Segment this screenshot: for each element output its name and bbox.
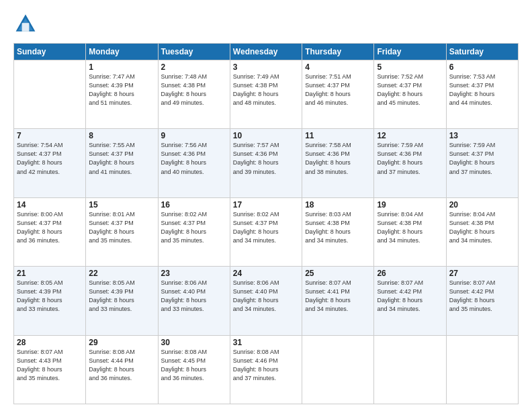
day-info: Sunrise: 7:57 AM Sunset: 4:36 PM Dayligh… (233, 141, 299, 176)
day-number: 21 (17, 269, 83, 278)
calendar-table: SundayMondayTuesdayWednesdayThursdayFrid… (13, 43, 519, 404)
day-info: Sunrise: 7:52 AM Sunset: 4:37 PM Dayligh… (377, 73, 443, 107)
day-number: 17 (233, 200, 299, 210)
day-info: Sunrise: 8:06 AM Sunset: 4:40 PM Dayligh… (161, 279, 227, 314)
calendar-week-row: 1Sunrise: 7:47 AM Sunset: 4:39 PM Daylig… (14, 60, 519, 129)
day-info: Sunrise: 8:07 AM Sunset: 4:42 PM Dayligh… (449, 279, 515, 314)
day-info: Sunrise: 8:07 AM Sunset: 4:43 PM Dayligh… (17, 348, 83, 383)
day-info: Sunrise: 7:55 AM Sunset: 4:37 PM Dayligh… (89, 141, 154, 176)
day-info: Sunrise: 8:05 AM Sunset: 4:39 PM Dayligh… (89, 279, 154, 314)
calendar-cell: 3Sunrise: 7:49 AM Sunset: 4:38 PM Daylig… (230, 60, 302, 129)
day-number: 22 (89, 269, 154, 278)
day-info: Sunrise: 8:04 AM Sunset: 4:38 PM Dayligh… (377, 210, 443, 245)
day-number: 10 (233, 131, 299, 140)
calendar-cell (302, 335, 374, 404)
calendar-cell: 30Sunrise: 8:08 AM Sunset: 4:45 PM Dayli… (158, 335, 230, 404)
header (13, 12, 519, 36)
day-info: Sunrise: 8:06 AM Sunset: 4:40 PM Dayligh… (233, 279, 299, 314)
day-number: 9 (161, 131, 227, 140)
day-info: Sunrise: 7:56 AM Sunset: 4:36 PM Dayligh… (161, 141, 227, 176)
calendar-cell: 16Sunrise: 8:02 AM Sunset: 4:37 PM Dayli… (158, 197, 230, 266)
day-number: 28 (17, 338, 83, 347)
calendar-cell: 18Sunrise: 8:03 AM Sunset: 4:38 PM Dayli… (302, 197, 374, 266)
calendar-cell: 25Sunrise: 8:07 AM Sunset: 4:41 PM Dayli… (302, 267, 374, 335)
weekday-header-tuesday: Tuesday (158, 44, 230, 60)
calendar-cell (374, 335, 446, 404)
day-number: 1 (89, 62, 154, 72)
day-number: 8 (89, 131, 154, 140)
day-info: Sunrise: 7:58 AM Sunset: 4:36 PM Dayligh… (305, 141, 371, 176)
day-number: 4 (305, 62, 371, 72)
calendar-cell: 13Sunrise: 7:59 AM Sunset: 4:37 PM Dayli… (446, 129, 518, 197)
day-info: Sunrise: 8:03 AM Sunset: 4:38 PM Dayligh… (305, 210, 371, 245)
weekday-header-thursday: Thursday (302, 44, 374, 60)
day-info: Sunrise: 8:07 AM Sunset: 4:42 PM Dayligh… (377, 279, 443, 314)
calendar-cell: 7Sunrise: 7:54 AM Sunset: 4:37 PM Daylig… (14, 129, 86, 197)
calendar-cell: 22Sunrise: 8:05 AM Sunset: 4:39 PM Dayli… (86, 267, 158, 335)
calendar-cell: 11Sunrise: 7:58 AM Sunset: 4:36 PM Dayli… (302, 129, 374, 197)
day-number: 27 (449, 269, 515, 278)
day-number: 24 (233, 269, 299, 278)
calendar-cell: 17Sunrise: 8:02 AM Sunset: 4:37 PM Dayli… (230, 197, 302, 266)
day-info: Sunrise: 8:02 AM Sunset: 4:37 PM Dayligh… (161, 210, 227, 245)
calendar-cell: 9Sunrise: 7:56 AM Sunset: 4:36 PM Daylig… (158, 129, 230, 197)
calendar-cell: 10Sunrise: 7:57 AM Sunset: 4:36 PM Dayli… (230, 129, 302, 197)
calendar-cell: 23Sunrise: 8:06 AM Sunset: 4:40 PM Dayli… (158, 267, 230, 335)
calendar-week-row: 28Sunrise: 8:07 AM Sunset: 4:43 PM Dayli… (14, 335, 519, 404)
weekday-header-row: SundayMondayTuesdayWednesdayThursdayFrid… (14, 44, 519, 60)
calendar-week-row: 14Sunrise: 8:00 AM Sunset: 4:37 PM Dayli… (14, 197, 519, 266)
calendar-week-row: 7Sunrise: 7:54 AM Sunset: 4:37 PM Daylig… (14, 129, 519, 197)
day-info: Sunrise: 7:59 AM Sunset: 4:36 PM Dayligh… (377, 141, 443, 176)
logo (13, 12, 42, 36)
day-number: 20 (449, 200, 515, 210)
day-info: Sunrise: 8:00 AM Sunset: 4:37 PM Dayligh… (17, 210, 83, 245)
calendar-cell: 27Sunrise: 8:07 AM Sunset: 4:42 PM Dayli… (446, 267, 518, 335)
calendar-cell: 24Sunrise: 8:06 AM Sunset: 4:40 PM Dayli… (230, 267, 302, 335)
day-info: Sunrise: 7:48 AM Sunset: 4:38 PM Dayligh… (161, 73, 227, 107)
day-number: 14 (17, 200, 83, 210)
calendar-cell (14, 60, 86, 129)
calendar-cell: 12Sunrise: 7:59 AM Sunset: 4:36 PM Dayli… (374, 129, 446, 197)
weekday-header-monday: Monday (86, 44, 158, 60)
calendar-cell: 31Sunrise: 8:08 AM Sunset: 4:46 PM Dayli… (230, 335, 302, 404)
calendar-cell: 29Sunrise: 8:08 AM Sunset: 4:44 PM Dayli… (86, 335, 158, 404)
day-number: 18 (305, 200, 371, 210)
day-number: 12 (377, 131, 443, 140)
calendar-cell: 21Sunrise: 8:05 AM Sunset: 4:39 PM Dayli… (14, 267, 86, 335)
day-info: Sunrise: 8:08 AM Sunset: 4:46 PM Dayligh… (233, 348, 299, 383)
day-info: Sunrise: 8:04 AM Sunset: 4:38 PM Dayligh… (449, 210, 515, 245)
day-number: 16 (161, 200, 227, 210)
day-info: Sunrise: 8:02 AM Sunset: 4:37 PM Dayligh… (233, 210, 299, 245)
day-info: Sunrise: 7:51 AM Sunset: 4:37 PM Dayligh… (305, 73, 371, 107)
day-number: 7 (17, 131, 83, 140)
day-number: 31 (233, 338, 299, 347)
weekday-header-wednesday: Wednesday (230, 44, 302, 60)
calendar-cell: 28Sunrise: 8:07 AM Sunset: 4:43 PM Dayli… (14, 335, 86, 404)
day-info: Sunrise: 7:49 AM Sunset: 4:38 PM Dayligh… (233, 73, 299, 107)
day-number: 2 (161, 62, 227, 72)
day-number: 15 (89, 200, 154, 210)
day-info: Sunrise: 8:07 AM Sunset: 4:41 PM Dayligh… (305, 279, 371, 314)
calendar-cell: 6Sunrise: 7:53 AM Sunset: 4:37 PM Daylig… (446, 60, 518, 129)
day-info: Sunrise: 7:53 AM Sunset: 4:37 PM Dayligh… (449, 73, 515, 107)
weekday-header-sunday: Sunday (14, 44, 86, 60)
calendar-week-row: 21Sunrise: 8:05 AM Sunset: 4:39 PM Dayli… (14, 267, 519, 335)
day-info: Sunrise: 8:08 AM Sunset: 4:45 PM Dayligh… (161, 348, 227, 383)
day-number: 5 (377, 62, 443, 72)
calendar-cell: 20Sunrise: 8:04 AM Sunset: 4:38 PM Dayli… (446, 197, 518, 266)
day-info: Sunrise: 8:05 AM Sunset: 4:39 PM Dayligh… (17, 279, 83, 314)
logo-icon (13, 12, 38, 36)
day-info: Sunrise: 7:54 AM Sunset: 4:37 PM Dayligh… (17, 141, 83, 176)
day-info: Sunrise: 7:59 AM Sunset: 4:37 PM Dayligh… (449, 141, 515, 176)
calendar-cell (446, 335, 518, 404)
day-number: 29 (89, 338, 154, 347)
day-number: 26 (377, 269, 443, 278)
day-number: 11 (305, 131, 371, 140)
calendar-cell: 2Sunrise: 7:48 AM Sunset: 4:38 PM Daylig… (158, 60, 230, 129)
day-number: 30 (161, 338, 227, 347)
calendar-cell: 15Sunrise: 8:01 AM Sunset: 4:37 PM Dayli… (86, 197, 158, 266)
day-number: 25 (305, 269, 371, 278)
weekday-header-friday: Friday (374, 44, 446, 60)
day-number: 13 (449, 131, 515, 140)
svg-rect-2 (22, 23, 30, 32)
